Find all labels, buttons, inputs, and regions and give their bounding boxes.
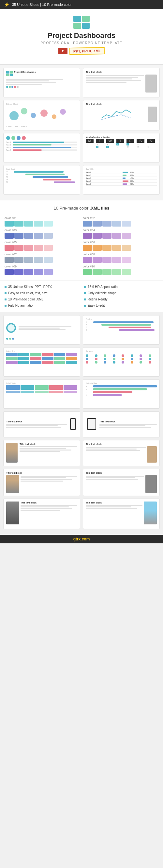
swatch-9-2 bbox=[14, 269, 24, 275]
swatch-2-4 bbox=[112, 221, 121, 226]
hb-bar-1 bbox=[93, 385, 157, 388]
text-line-3 bbox=[6, 82, 56, 83]
bubble-1 bbox=[9, 111, 18, 120]
bp-line-2 bbox=[21, 506, 69, 507]
swatch-8-5 bbox=[122, 257, 131, 263]
slide-content-area bbox=[86, 74, 157, 93]
g2-l-3: C bbox=[86, 326, 92, 328]
formats-badge: PPT, PPTX, XML bbox=[70, 47, 105, 55]
legend-item-1: ● Item 1 bbox=[6, 126, 12, 127]
circular-text bbox=[18, 325, 77, 331]
phone-text-left: Title text block bbox=[6, 421, 67, 429]
pt-line-2 bbox=[6, 425, 58, 426]
slide-line-chart: Title text block bbox=[83, 100, 160, 130]
swatch-3-5 bbox=[44, 233, 53, 239]
blk-16 bbox=[42, 361, 53, 364]
cell-3-2 bbox=[122, 177, 130, 180]
logo-cell-3 bbox=[73, 23, 81, 29]
bp-title: Title text block bbox=[21, 501, 77, 504]
palette-row-1 bbox=[6, 385, 77, 390]
gantt-row-4: T4 bbox=[6, 179, 77, 181]
phone-mock-1 bbox=[70, 418, 76, 430]
swatches-4 bbox=[83, 233, 158, 239]
pl-line-4 bbox=[21, 480, 63, 482]
swatch-10-4 bbox=[112, 269, 121, 275]
previews-section: Project Dashboards Title text block bbox=[0, 65, 163, 200]
table-row-5: Item E 70% bbox=[86, 183, 157, 186]
pp-line-3 bbox=[19, 450, 71, 451]
cal-3: 3 bbox=[106, 143, 109, 146]
bolt-icon: ⚡ bbox=[4, 2, 9, 7]
swatch-1-3 bbox=[24, 221, 33, 226]
p-track-4 bbox=[13, 149, 77, 151]
d1 bbox=[6, 338, 8, 340]
swatch-9-5 bbox=[44, 269, 53, 275]
swatch-4-5 bbox=[122, 233, 131, 239]
p-fill-2 bbox=[13, 144, 51, 146]
dot-2 bbox=[9, 86, 11, 88]
cs-19 bbox=[104, 361, 106, 364]
g-lbl-3: T3 bbox=[6, 176, 13, 178]
preview-row-9: Title text block Title text block bbox=[3, 440, 160, 466]
swatch-4-1 bbox=[83, 233, 92, 239]
pp-line-4 bbox=[19, 451, 60, 452]
bar-1 bbox=[123, 172, 128, 173]
cs-2 bbox=[95, 354, 97, 357]
cal-9: 9 bbox=[96, 146, 98, 148]
cal-h-6: S bbox=[136, 139, 145, 143]
color-group-7: color #07 bbox=[5, 253, 80, 263]
cal-1: 1 bbox=[86, 143, 88, 146]
bubble-4 bbox=[40, 110, 48, 117]
chart-area bbox=[86, 106, 147, 122]
gantt2-row-3: C bbox=[86, 326, 157, 328]
color-row-2: color #03 color #04 bbox=[5, 228, 158, 239]
blk-18 bbox=[66, 361, 77, 364]
palette-row-2 bbox=[6, 391, 77, 393]
bp-text: Title text block bbox=[21, 501, 77, 526]
slide-photo-right: Title text block bbox=[83, 469, 160, 496]
dot-1 bbox=[6, 86, 8, 88]
cal-13: 13 bbox=[136, 146, 139, 148]
swatch-8-2 bbox=[92, 257, 102, 263]
blk-2 bbox=[18, 353, 30, 356]
preview-row-2: Bubble Chart ● Item 1 ● Item 2 ● Item 3 … bbox=[3, 100, 160, 130]
blk-1 bbox=[6, 353, 17, 356]
photo-r-content bbox=[86, 475, 157, 493]
cs-18 bbox=[95, 361, 97, 364]
swatch-3-4 bbox=[34, 233, 43, 239]
cell-4-2 bbox=[122, 180, 130, 183]
data-table: Item A 80% Item B 60% Item C 45% Item D bbox=[86, 171, 157, 186]
swatch-10-1 bbox=[83, 269, 92, 275]
g-lbl-2: T2 bbox=[6, 173, 13, 175]
legend-item-3: ● Item 3 bbox=[21, 126, 27, 127]
slide-person-2: Title text block bbox=[83, 440, 160, 466]
line-1 bbox=[86, 75, 144, 76]
table-row-2: Item B 60% bbox=[86, 174, 157, 177]
slide-circular bbox=[3, 315, 80, 345]
swatch-5-2 bbox=[14, 245, 24, 251]
blk-12 bbox=[66, 357, 77, 360]
swatch-7-1 bbox=[5, 257, 14, 263]
c-line-3 bbox=[18, 329, 66, 330]
bp-line-3 bbox=[21, 508, 72, 509]
line-5 bbox=[86, 82, 126, 83]
bubble-3 bbox=[31, 113, 36, 118]
color-label-9: color #09 bbox=[5, 265, 80, 268]
cell-4-1: Item D bbox=[86, 180, 122, 183]
pal-9 bbox=[49, 391, 63, 393]
color-row-5: color #09 color #10 bbox=[5, 265, 158, 275]
tablet-title-1: Title text block bbox=[99, 421, 157, 423]
cs-4 bbox=[113, 354, 115, 357]
logo-cell-2 bbox=[82, 16, 90, 22]
hero-section: Project Dashboards PROFESSIONAL POWERPOI… bbox=[0, 9, 163, 65]
hb-l-1: A bbox=[86, 385, 92, 388]
circle-4 bbox=[22, 136, 26, 140]
blk-5 bbox=[54, 353, 66, 356]
preview-row-7: Color Palette Horizontal Bars A bbox=[3, 379, 160, 409]
mini-logo-cell-2 bbox=[10, 71, 13, 73]
color-row-3: color #05 color #06 bbox=[5, 241, 158, 251]
cell-1-3: 80% bbox=[130, 171, 157, 174]
bld-line-2 bbox=[86, 506, 131, 507]
swatches-8 bbox=[83, 257, 158, 263]
dot-5 bbox=[16, 86, 18, 88]
